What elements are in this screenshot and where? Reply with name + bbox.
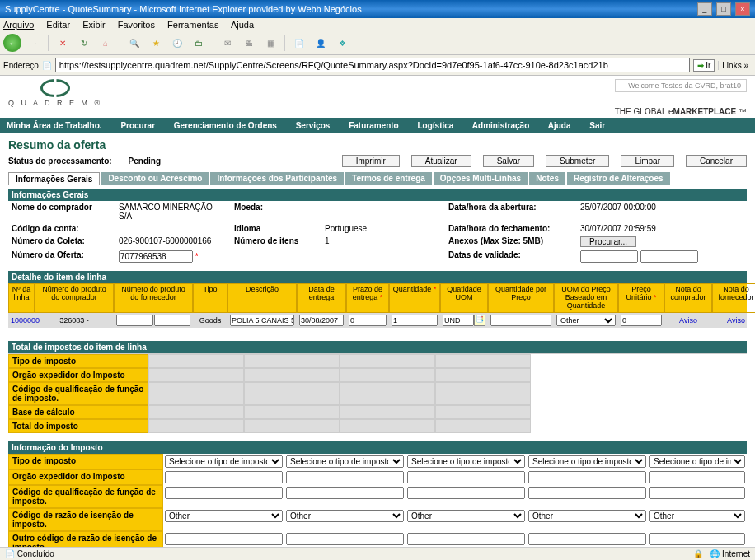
- tax-type-select[interactable]: Selecione o tipo de imposto: [528, 455, 646, 468]
- sprod-input-2[interactable]: [154, 315, 191, 326]
- tab-multiline[interactable]: Opções Multi-Linhas: [434, 172, 528, 185]
- back-button[interactable]: ←: [3, 34, 21, 52]
- menu-item[interactable]: Editar: [46, 20, 70, 30]
- taxinfo-input[interactable]: [286, 471, 404, 483]
- uprice-input[interactable]: [621, 315, 662, 326]
- history-icon[interactable]: 🕘: [168, 34, 186, 52]
- dterm-input[interactable]: [349, 315, 387, 326]
- messenger-icon[interactable]: 👤: [312, 34, 330, 52]
- puom-select[interactable]: Other: [556, 315, 616, 326]
- discuss-icon[interactable]: 📄: [290, 34, 308, 52]
- taxsum-cell: [435, 368, 531, 382]
- refresh-icon[interactable]: ↻: [75, 34, 93, 52]
- taxinfo-input[interactable]: [649, 471, 745, 483]
- taxinfo-input[interactable]: [649, 487, 745, 499]
- submit-button[interactable]: Submeter: [546, 155, 609, 167]
- nav-workspace[interactable]: Minha Área de Trabalho.: [7, 121, 102, 130]
- uom-picker-icon[interactable]: 📑: [474, 315, 485, 326]
- tab-general[interactable]: Informações Gerais: [8, 172, 100, 185]
- menu-item[interactable]: Exibir: [82, 20, 106, 30]
- print-icon[interactable]: 🖶: [240, 34, 258, 52]
- minimize-button[interactable]: _: [697, 2, 712, 16]
- nav-logistics[interactable]: Logística: [418, 121, 454, 130]
- go-button[interactable]: ➡Ir: [693, 59, 715, 72]
- taxinfo-input[interactable]: [286, 487, 404, 499]
- mail-icon[interactable]: ✉: [218, 34, 237, 52]
- taxinfo-input[interactable]: [528, 487, 646, 499]
- stop-icon[interactable]: ✕: [54, 34, 72, 52]
- tab-changelog[interactable]: Registro de Alterações: [567, 172, 670, 185]
- refresh-button[interactable]: Atualizar: [411, 155, 471, 167]
- browse-button[interactable]: Procurar...: [580, 236, 636, 247]
- forward-button[interactable]: →: [25, 34, 43, 52]
- menu-item[interactable]: Arquivo: [3, 20, 34, 30]
- taxinfo-input[interactable]: [407, 533, 525, 545]
- search-icon[interactable]: 🔍: [125, 34, 143, 52]
- menu-item[interactable]: Ajuda: [231, 20, 254, 30]
- clear-button[interactable]: Limpar: [621, 155, 674, 167]
- tab-notes[interactable]: Notes: [529, 172, 565, 185]
- nav-help[interactable]: Ajuda: [548, 121, 571, 130]
- bnote-link[interactable]: Aviso: [679, 316, 697, 324]
- nav-billing[interactable]: Faturamento: [349, 121, 399, 130]
- taxinfo-input[interactable]: [165, 471, 283, 483]
- links-menu[interactable]: Links »: [718, 61, 752, 70]
- tab-participants[interactable]: Informações dos Participantes: [210, 172, 344, 185]
- close-date-value: 30/07/2007 20:59:59: [577, 222, 747, 235]
- status-done: Concluído: [17, 549, 54, 558]
- col-uom: Quatidade UOM: [440, 283, 488, 313]
- taxinfo-input[interactable]: [649, 533, 745, 545]
- nav-admin[interactable]: Administração: [472, 121, 529, 130]
- snote-link[interactable]: Aviso: [727, 316, 745, 324]
- taxinfo-input[interactable]: [528, 471, 646, 483]
- tax-type-select[interactable]: Selecione o tipo de imposto: [286, 455, 404, 468]
- col-qty: Quantidade *: [389, 283, 440, 313]
- address-input[interactable]: [55, 58, 690, 72]
- tax-type-select[interactable]: Selecione o tipo de imposto: [649, 455, 745, 468]
- maximize-button[interactable]: □: [716, 2, 731, 16]
- exempt-reason-select[interactable]: Other: [528, 510, 646, 522]
- valid-to-input[interactable]: [640, 250, 698, 263]
- tab-discount[interactable]: Desconto ou Acréscimo: [101, 172, 209, 185]
- taxsum-cell: [244, 382, 340, 405]
- print-button[interactable]: Imprimir: [342, 155, 400, 167]
- sprod-input-1[interactable]: [116, 315, 153, 326]
- taxinfo-input[interactable]: [528, 533, 646, 545]
- extra-icon[interactable]: ❖: [333, 34, 351, 52]
- menu-item[interactable]: Ferramentas: [167, 20, 218, 30]
- uom-input[interactable]: [443, 315, 474, 326]
- quote-num-input[interactable]: [119, 250, 193, 263]
- taxinfo-input[interactable]: [407, 487, 525, 499]
- taxinfo-input[interactable]: [407, 471, 525, 483]
- taxinfo-input[interactable]: [286, 533, 404, 545]
- nav-orders[interactable]: Gerenciamento de Ordens: [174, 121, 277, 130]
- nav-services[interactable]: Serviços: [296, 121, 331, 130]
- tax-type-select[interactable]: Selecione o tipo de imposto: [165, 455, 283, 468]
- tab-delivery[interactable]: Termos de entrega: [345, 172, 432, 185]
- close-button[interactable]: ×: [735, 2, 750, 16]
- edit-icon[interactable]: ▦: [261, 34, 279, 52]
- exempt-reason-select[interactable]: Other: [407, 510, 525, 522]
- browser-menubar: Arquivo Editar Exibir Favoritos Ferramen…: [0, 18, 755, 31]
- home-icon[interactable]: ⌂: [96, 34, 115, 52]
- qty-input[interactable]: [392, 315, 438, 326]
- tax-type-select[interactable]: Selecione o tipo de imposto: [407, 455, 525, 468]
- folders-icon[interactable]: 🗀: [190, 34, 208, 52]
- desc-input[interactable]: [230, 315, 294, 326]
- taxinfo-input[interactable]: [165, 533, 283, 545]
- exempt-reason-select[interactable]: Other: [286, 510, 404, 522]
- valid-from-input[interactable]: [580, 250, 638, 263]
- nav-search[interactable]: Procurar: [120, 121, 155, 130]
- taxinfo-input[interactable]: [165, 487, 283, 499]
- save-button[interactable]: Salvar: [483, 155, 534, 167]
- buyer-name-label: Nome do comprador: [8, 201, 115, 222]
- line-row: 1000000 326083 - Goods 📑 Other Aviso Avi…: [8, 313, 747, 328]
- exempt-reason-select[interactable]: Other: [649, 510, 745, 522]
- menu-item[interactable]: Favoritos: [118, 20, 155, 30]
- exempt-reason-select[interactable]: Other: [165, 510, 283, 522]
- cancel-button[interactable]: Cancelar: [686, 155, 747, 167]
- ddate-input[interactable]: [299, 315, 344, 326]
- qpp-input[interactable]: [490, 315, 551, 326]
- nav-exit[interactable]: Sair: [589, 121, 605, 130]
- favorites-icon[interactable]: ★: [147, 34, 165, 52]
